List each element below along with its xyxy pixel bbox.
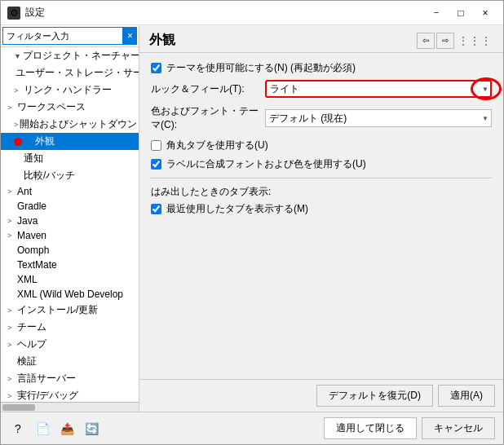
sidebar-item-workspace[interactable]: > ワークスペース — [1, 99, 139, 116]
sidebar-item-label: ワークスペース — [17, 100, 86, 114]
panel-action-buttons: デフォルトを復元(D) 適用(A) — [148, 385, 495, 407]
sidebar-item-label: 検証 — [17, 355, 37, 368]
panel-header: 外観 ⇦ ⇨ ⋮⋮⋮ — [139, 25, 503, 53]
label-font-row: ラベルに合成フォントおよび色を使用する(U) — [151, 157, 492, 171]
restore-defaults-button[interactable]: デフォルトを復元(D) — [316, 385, 433, 407]
nav-forward-button[interactable]: ⇨ — [436, 33, 454, 49]
sidebar-item-appearance[interactable]: 外観 — [1, 133, 139, 150]
sidebar-item-java[interactable]: > Java — [1, 214, 139, 228]
sidebar-item-label: Oomph — [17, 245, 49, 256]
sidebar-item-label: リンク・ハンドラー — [24, 83, 112, 97]
sidebar-item-user-storage[interactable]: ユーザー・ストレージ・サー — [1, 64, 139, 82]
sidebar-item-label: 実行/デバッグ — [17, 389, 78, 402]
arrow-icon: > — [14, 121, 18, 129]
arrow-icon: > — [14, 86, 22, 95]
sidebar-item-label: 比較/バッチ — [24, 169, 75, 183]
label-font-checkbox[interactable] — [151, 159, 161, 170]
sidebar-item-label: Java — [17, 215, 38, 227]
tree-area[interactable]: ▼ プロジェクト・ネーチャー ユーザー・ストレージ・サー > リンク・ハンドラー… — [1, 47, 139, 402]
minimize-button[interactable]: － — [425, 5, 448, 21]
file-icon[interactable]: 📄 — [33, 420, 51, 438]
sidebar-item-compare[interactable]: 比較/バッチ — [1, 167, 139, 184]
theme-enable-row: テーマを使用可能にする(N) (再起動が必須) — [151, 61, 492, 75]
arrow-icon: > — [7, 231, 15, 240]
sidebar-item-textmate[interactable]: TextMate — [1, 258, 139, 272]
sidebar-item-xml[interactable]: XML — [1, 272, 139, 287]
look-feel-select[interactable]: ライト ダーク クラシック — [265, 80, 492, 98]
main-panel: 外観 ⇦ ⇨ ⋮⋮⋮ テーマを使用可能にする(N) (再起動が必須) ルック＆フ… — [139, 25, 503, 412]
sidebar-item-label: TextMate — [17, 259, 57, 271]
sidebar-item-team[interactable]: > チーム — [1, 319, 139, 336]
title-bar-left: ⚙ 設定 — [7, 6, 45, 20]
sidebar-item-ant[interactable]: > Ant — [1, 184, 139, 199]
rounded-tab-label: 角丸タブを使用する(U) — [166, 139, 268, 152]
sidebar-item-label: インストール/更新 — [17, 303, 98, 317]
maximize-button[interactable]: □ — [449, 5, 472, 21]
window-footer: ? 📄 📤 🔄 適用して閉じる キャンセル — [1, 412, 503, 444]
sidebar-item-install[interactable]: > インストール/更新 — [1, 302, 139, 319]
panel-body: テーマを使用可能にする(N) (再起動が必須) ルック＆フィール(T): ライト… — [139, 53, 503, 379]
sidebar-item-label: Maven — [17, 230, 46, 241]
sidebar-item-startup[interactable]: > 開始およびシャットダウン — [1, 116, 139, 133]
scroll-thumb[interactable] — [2, 404, 35, 411]
panel-nav: ⇦ ⇨ ⋮⋮⋮ — [417, 33, 493, 49]
apply-close-button[interactable]: 適用して閉じる — [324, 417, 417, 439]
sidebar-item-label: 外観 — [35, 134, 55, 148]
title-buttons: － □ × — [425, 5, 497, 21]
arrow-icon: > — [7, 375, 15, 383]
rounded-tab-row: 角丸タブを使用する(U) — [151, 139, 492, 152]
sidebar-item-label: Ant — [17, 186, 32, 197]
title-bar: ⚙ 設定 － □ × — [1, 1, 503, 25]
recent-tab-checkbox[interactable] — [151, 204, 161, 214]
sidebar-item-maven[interactable]: > Maven — [1, 228, 139, 243]
sidebar-item-label: ヘルプ — [17, 337, 46, 351]
arrow-icon: > — [7, 104, 15, 112]
help-icon[interactable]: ? — [9, 420, 27, 438]
filter-input[interactable] — [2, 27, 123, 45]
look-feel-label: ルック＆フィール(T): — [151, 82, 265, 96]
nav-back-button[interactable]: ⇦ — [417, 33, 435, 49]
arrow-icon: > — [7, 306, 15, 315]
arrow-icon: > — [7, 217, 15, 225]
separator — [151, 178, 492, 178]
arrow-icon: > — [7, 187, 15, 196]
sidebar-item-label: 通知 — [24, 152, 43, 165]
footer-left: ? 📄 📤 🔄 — [9, 420, 100, 438]
nav-more-icon[interactable]: ⋮⋮⋮ — [456, 34, 493, 47]
sidebar-item-xml-wild[interactable]: XML (Wild Web Develop — [1, 287, 139, 302]
export-icon[interactable]: 📤 — [58, 420, 76, 438]
label-font-label: ラベルに合成フォントおよび色を使用する(U) — [166, 157, 366, 171]
color-font-select[interactable]: デフォルト (現在) — [265, 109, 492, 127]
look-feel-select-wrapper: ライト ダーク クラシック — [265, 80, 492, 98]
apply-button[interactable]: 適用(A) — [438, 385, 495, 407]
bottom-area: デフォルトを復元(D) 適用(A) — [139, 379, 503, 412]
footer-right: 適用して閉じる キャンセル — [324, 417, 495, 439]
sidebar-item-label: Gradle — [17, 200, 46, 212]
cancel-button[interactable]: キャンセル — [422, 417, 495, 439]
color-font-select-wrapper: デフォルト (現在) — [265, 109, 492, 127]
horizontal-scrollbar[interactable] — [1, 402, 139, 412]
sidebar-item-gradle[interactable]: Gradle — [1, 199, 139, 214]
sidebar-item-label: ユーザー・ストレージ・サー — [15, 66, 139, 80]
sidebar-item-notification[interactable]: 通知 — [1, 150, 139, 167]
recent-tab-row: 最近使用したタブを表示する(M) — [151, 202, 492, 216]
sidebar-item-language-server[interactable]: > 言語サーバー — [1, 370, 139, 387]
content-area: × ▼ プロジェクト・ネーチャー ユーザー・ストレージ・サー > リンク・ハンド… — [1, 25, 503, 412]
sidebar-item-label: XML (Wild Web Develop — [17, 289, 123, 300]
look-feel-row: ルック＆フィール(T): ライト ダーク クラシック — [151, 80, 492, 98]
arrow-icon: ▼ — [14, 52, 21, 60]
sidebar-item-oomph[interactable]: Oomph — [1, 243, 139, 258]
color-font-row: 色およびフォント・テーマ(C): デフォルト (現在) — [151, 104, 492, 132]
filter-clear-button[interactable]: × — [123, 27, 137, 45]
recent-tab-label: 最近使用したタブを表示する(M) — [166, 202, 308, 216]
close-button[interactable]: × — [474, 5, 497, 21]
theme-enable-checkbox[interactable] — [151, 63, 161, 73]
sidebar-item-label: 言語サーバー — [17, 372, 76, 386]
refresh-icon[interactable]: 🔄 — [82, 420, 100, 438]
sidebar-item-validation[interactable]: 検証 — [1, 353, 139, 370]
rounded-tab-checkbox[interactable] — [151, 140, 161, 151]
sidebar-item-run-debug[interactable]: > 実行/デバッグ — [1, 387, 139, 402]
sidebar-item-help[interactable]: > ヘルプ — [1, 336, 139, 353]
sidebar-item-link-handler[interactable]: > リンク・ハンドラー — [1, 82, 139, 99]
sidebar-item-project[interactable]: ▼ プロジェクト・ネーチャー — [1, 47, 139, 64]
